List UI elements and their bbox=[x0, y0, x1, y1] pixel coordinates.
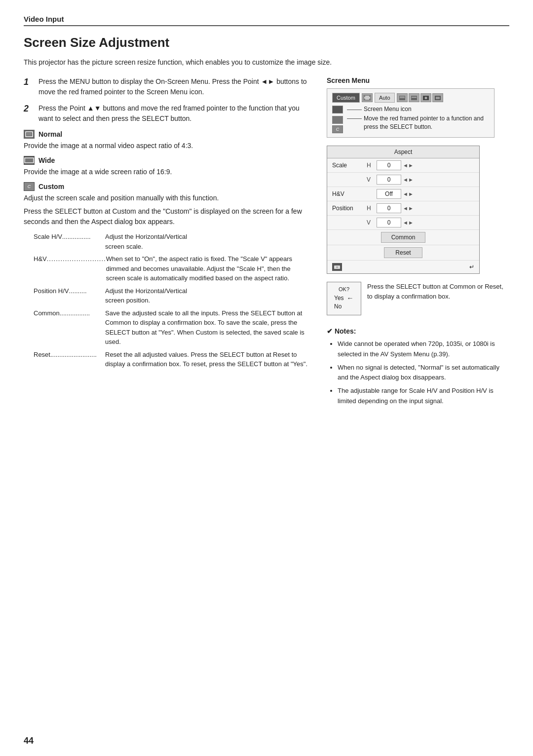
menu-icon-1 bbox=[397, 93, 408, 102]
custom-label: Custom bbox=[38, 183, 64, 190]
aspect-pos-v-value: 0 bbox=[377, 218, 401, 227]
scale-val-reset: Reset the all adjusted values. Press the… bbox=[105, 350, 311, 369]
feature-custom-header: C Custom bbox=[24, 182, 311, 191]
svg-point-8 bbox=[369, 96, 370, 97]
feature-wide-header: Wide bbox=[24, 156, 311, 165]
confirm-yes-arrow: ← bbox=[347, 294, 354, 302]
aspect-scale-v-sub: V bbox=[367, 176, 377, 183]
normal-label: Normal bbox=[38, 130, 62, 138]
section-header-title: Video Input bbox=[24, 15, 64, 23]
aspect-reset-row: Reset bbox=[327, 245, 479, 261]
aspect-scale-h-value: 0 bbox=[377, 160, 401, 170]
scale-val-hv2: When set to "On", the aspect ratio is fi… bbox=[106, 254, 311, 283]
menu-icon-2 bbox=[409, 93, 419, 102]
aspect-hv-value: Off bbox=[377, 189, 401, 199]
intro-text: This projector has the picture screen re… bbox=[24, 57, 509, 68]
svg-point-9 bbox=[369, 99, 370, 100]
svg-point-6 bbox=[364, 96, 365, 97]
normal-icon bbox=[24, 130, 35, 139]
aspect-scale-label: Scale bbox=[332, 162, 367, 169]
svg-rect-12 bbox=[411, 96, 417, 100]
wide-label: Wide bbox=[38, 156, 55, 164]
feature-normal: Normal Provide the image at a normal vid… bbox=[24, 130, 311, 151]
notes-title: ✔ Notes: bbox=[327, 327, 509, 335]
confirm-desc: Press the SELECT button at Common or Res… bbox=[367, 282, 509, 301]
scale-key-reset: Reset.......................... bbox=[34, 350, 105, 360]
svg-point-7 bbox=[364, 99, 365, 100]
step-1-number: 1 bbox=[24, 76, 34, 97]
note-item-1: Wide cannot be operated when 720p, 1035i… bbox=[338, 339, 509, 360]
screen-menu-row: Custom Auto bbox=[332, 93, 489, 103]
camera-icon bbox=[332, 263, 342, 271]
svg-point-19 bbox=[336, 266, 338, 268]
scale-row-common: Common ................. Save the adjust… bbox=[34, 308, 311, 347]
scale-val-hv: Adjust the Horizontal/Verticalscreen sca… bbox=[105, 232, 311, 251]
feature-custom: C Custom Adjust the screen scale and pos… bbox=[24, 182, 311, 227]
note-item-3: The adjustable range for Scale H/V and P… bbox=[338, 386, 509, 407]
custom-icon: C bbox=[24, 182, 35, 191]
page-container: Video Input Screen Size Adjustment This … bbox=[0, 0, 533, 756]
pointer-area: C Screen Menu icon Move the red framed p… bbox=[332, 106, 489, 133]
feature-normal-header: Normal bbox=[24, 130, 311, 139]
step-2-number: 2 bbox=[24, 102, 34, 124]
feature-wide: Wide Provide the image at a wide screen … bbox=[24, 156, 311, 177]
aspect-pos-label: Position bbox=[332, 205, 367, 212]
aspect-common-row: Common bbox=[327, 230, 479, 245]
svg-rect-3 bbox=[25, 158, 33, 162]
scale-row-pos: Position H/V .......... Adjust the Horiz… bbox=[34, 286, 311, 305]
confirm-yes[interactable]: Yes bbox=[334, 295, 344, 302]
scale-key-common: Common ................. bbox=[34, 308, 105, 318]
aspect-scale-v: V 0 ◄► bbox=[327, 173, 479, 187]
step-1: 1 Press the MENU button to display the O… bbox=[24, 76, 311, 97]
confirm-box: OK? Yes ← No bbox=[327, 282, 361, 315]
aspect-pos-h-arrow: ◄► bbox=[403, 205, 414, 211]
aspect-scale-h: Scale H 0 ◄► bbox=[327, 158, 479, 173]
screen-menu-ui: Custom Auto bbox=[327, 88, 495, 138]
notes-checkmark: ✔ bbox=[327, 327, 333, 335]
step-2: 2 Press the Point ▲▼ buttons and move th… bbox=[24, 103, 311, 124]
scale-key-hv: Scale H/V................ bbox=[34, 232, 105, 251]
menu-icons-row bbox=[397, 93, 443, 102]
aspect-pos-h: Position H 0 ◄► bbox=[327, 201, 479, 216]
left-icon-c: C bbox=[332, 125, 343, 133]
film-icon bbox=[362, 93, 373, 102]
confirm-no[interactable]: No bbox=[334, 303, 342, 310]
scale-row-reset: Reset.......................... Reset th… bbox=[34, 350, 311, 369]
svg-point-15 bbox=[424, 97, 427, 99]
page-title: Screen Size Adjustment bbox=[24, 35, 509, 50]
scale-table: Scale H/V................ Adjust the Hor… bbox=[34, 232, 311, 369]
menu-icon-4 bbox=[432, 93, 443, 102]
confirm-no-row: No bbox=[334, 303, 354, 310]
confirm-box-title: OK? bbox=[334, 286, 354, 292]
aspect-pos-v-sub: V bbox=[367, 219, 377, 226]
svg-rect-13 bbox=[412, 97, 417, 98]
svg-rect-17 bbox=[436, 97, 440, 99]
aspect-dialog-title: Aspect bbox=[327, 146, 479, 158]
menu-icon-3 bbox=[420, 93, 431, 102]
step-1-text: Press the MENU button to display the On-… bbox=[38, 76, 311, 97]
aspect-hv-arrow: ◄► bbox=[403, 191, 414, 197]
aspect-nav-arrow: ↵ bbox=[469, 264, 474, 270]
wide-icon bbox=[24, 156, 35, 165]
step-2-text: Press the Point ▲▼ buttons and move the … bbox=[38, 103, 311, 124]
aspect-common-button[interactable]: Common bbox=[381, 232, 426, 243]
section-header: Video Input bbox=[24, 15, 509, 26]
scale-key-pos: Position H/V .......... bbox=[34, 286, 105, 296]
aspect-hv-label: H&V bbox=[332, 190, 367, 197]
custom-button[interactable]: Custom bbox=[332, 93, 360, 103]
notes-title-text: Notes: bbox=[335, 327, 356, 335]
normal-desc: Provide the image at a normal video aspe… bbox=[24, 141, 311, 151]
aspect-pos-h-sub: H bbox=[367, 205, 377, 212]
aspect-scale-h-sub: H bbox=[367, 162, 377, 169]
aspect-hv: H&V Off ◄► bbox=[327, 187, 479, 201]
auto-button[interactable]: Auto bbox=[375, 93, 395, 103]
scale-key-hv2: H&V.......................... bbox=[34, 254, 106, 264]
pointer-text: Move the red framed pointer to a functio… bbox=[364, 114, 489, 131]
screen-menu-icon-text: Screen Menu icon bbox=[364, 106, 412, 113]
pointer-line-2 bbox=[347, 118, 362, 119]
notes-list: Wide cannot be operated when 720p, 1035i… bbox=[338, 339, 509, 407]
left-column: 1 Press the MENU button to display the O… bbox=[24, 76, 311, 372]
aspect-reset-button[interactable]: Reset bbox=[384, 247, 422, 258]
confirm-area: OK? Yes ← No Press the SELECT button at … bbox=[327, 282, 509, 315]
scale-row-hv: Scale H/V................ Adjust the Hor… bbox=[34, 232, 311, 251]
